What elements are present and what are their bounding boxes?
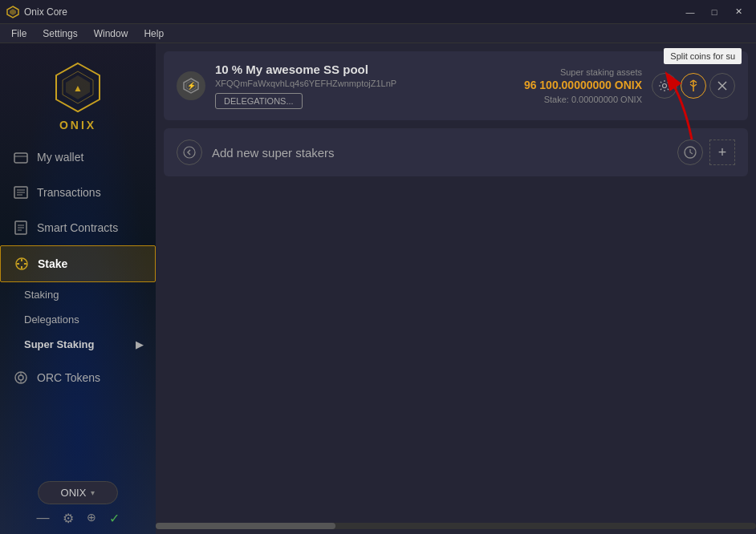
sidebar-sub-super-staking[interactable]: Super Staking ▶: [0, 332, 156, 357]
staker-actions: [652, 73, 735, 99]
sidebar-item-label: Smart Contracts: [37, 221, 118, 234]
sidebar-item-transactions[interactable]: Transactions: [0, 175, 156, 210]
staker-address: XFQQmFaWxqvhLq4s6YEFHZwnmptojZ1LnP: [215, 79, 514, 88]
remove-action-button[interactable]: [709, 73, 735, 99]
svg-text:⚡: ⚡: [187, 81, 197, 91]
assets-label: Super staking assets: [524, 67, 642, 77]
sidebar: ▲ ONIX My wallet: [0, 43, 156, 534]
add-staker-card: Add new super stakers +: [164, 128, 748, 176]
bottom-icons: — ⚙ ⊕ ✓: [13, 511, 143, 526]
menu-bar: File Settings Window Help: [0, 24, 756, 43]
staker-assets: Super staking assets 96 100.00000000 ONI…: [524, 67, 642, 104]
svg-point-37: [184, 147, 195, 158]
sidebar-item-label: Stake: [38, 257, 67, 270]
check-icon[interactable]: ✓: [109, 511, 120, 526]
add-staker-actions: +: [677, 140, 735, 165]
staker-name: 10 % My awesome SS pool: [215, 63, 514, 76]
settings-icon[interactable]: ⚙: [63, 511, 74, 526]
app-title: Onix Core: [24, 6, 67, 18]
sidebar-item-label: Transactions: [37, 186, 101, 199]
back-button[interactable]: [177, 140, 202, 165]
sidebar-item-smart-contracts[interactable]: Smart Contracts: [0, 210, 156, 245]
svg-point-28: [663, 84, 667, 88]
transactions-icon: [13, 184, 29, 200]
close-button[interactable]: ✕: [727, 3, 750, 21]
scrollbar-track[interactable]: [156, 523, 756, 529]
sub-item-label: Super Staking: [24, 338, 94, 350]
svg-marker-1: [10, 9, 16, 15]
logo-icon: ▲: [50, 59, 106, 115]
assets-value: 96 100.00000000 ONIX: [524, 79, 642, 91]
network-icon[interactable]: ⊕: [87, 511, 96, 526]
title-bar-controls: — □ ✕: [679, 3, 750, 21]
sidebar-item-my-wallet[interactable]: My wallet: [0, 140, 156, 175]
svg-point-22: [18, 375, 23, 380]
chevron-down-icon: ▾: [91, 488, 95, 497]
sidebar-content: ▲ ONIX My wallet: [0, 43, 156, 534]
stake-value: Stake: 0.00000000 ONIX: [524, 95, 642, 104]
content-area: ⚡ 10 % My awesome SS pool XFQQmFaWxqvhLq…: [156, 43, 756, 534]
logo-area: ▲ ONIX: [0, 43, 156, 140]
menu-help[interactable]: Help: [136, 26, 172, 41]
settings-action-button[interactable]: [652, 73, 677, 99]
history-button[interactable]: [677, 140, 703, 165]
orc-tokens-icon: [13, 370, 29, 386]
sub-item-label: Staking: [24, 289, 59, 301]
sub-menu: Staking Delegations Super Staking ▶: [0, 282, 156, 357]
sidebar-item-orc-tokens[interactable]: ORC Tokens: [0, 360, 156, 395]
staker-card: ⚡ 10 % My awesome SS pool XFQQmFaWxqvhLq…: [164, 51, 748, 120]
wallet-icon: [13, 149, 29, 165]
coin-selector[interactable]: ONIX ▾: [38, 481, 118, 504]
minimize-button[interactable]: —: [679, 3, 701, 21]
menu-window[interactable]: Window: [86, 26, 136, 41]
menu-settings[interactable]: Settings: [35, 26, 85, 41]
sub-item-label: Delegations: [24, 314, 79, 326]
title-bar: Onix Core — □ ✕: [0, 0, 756, 24]
add-staker-label: Add new super stakers: [212, 146, 668, 160]
delegations-button[interactable]: DELEGATIONS...: [215, 93, 303, 109]
smart-contracts-icon: [13, 220, 29, 236]
sidebar-sub-delegations[interactable]: Delegations: [0, 307, 156, 332]
svg-rect-6: [14, 153, 27, 163]
arrow-icon: ▶: [136, 339, 143, 350]
title-bar-left: Onix Core: [6, 6, 67, 18]
logo-text: ONIX: [59, 119, 96, 131]
sidebar-item-stake[interactable]: Stake: [0, 245, 156, 282]
split-action-button[interactable]: [681, 73, 706, 99]
coin-label: ONIX: [61, 487, 87, 499]
main-layout: ▲ ONIX My wallet: [0, 43, 756, 534]
maximize-button[interactable]: □: [703, 3, 726, 21]
sidebar-sub-staking[interactable]: Staking: [0, 282, 156, 307]
split-tooltip: Split coins for su: [664, 48, 742, 64]
staker-info: 10 % My awesome SS pool XFQQmFaWxqvhLq4s…: [215, 63, 514, 109]
svg-rect-7: [14, 156, 27, 157]
add-button[interactable]: +: [709, 140, 735, 165]
sidebar-item-label: ORC Tokens: [37, 371, 100, 384]
minus-icon[interactable]: —: [37, 511, 50, 526]
scrollbar-thumb: [156, 523, 335, 529]
svg-text:▲: ▲: [73, 83, 83, 94]
stake-icon: [14, 256, 30, 272]
sidebar-item-label: My wallet: [37, 151, 83, 164]
app-icon: [6, 6, 19, 18]
menu-file[interactable]: File: [3, 26, 35, 41]
staker-icon: ⚡: [177, 71, 205, 100]
sidebar-bottom: ONIX ▾ — ⚙ ⊕ ✓: [0, 473, 156, 534]
